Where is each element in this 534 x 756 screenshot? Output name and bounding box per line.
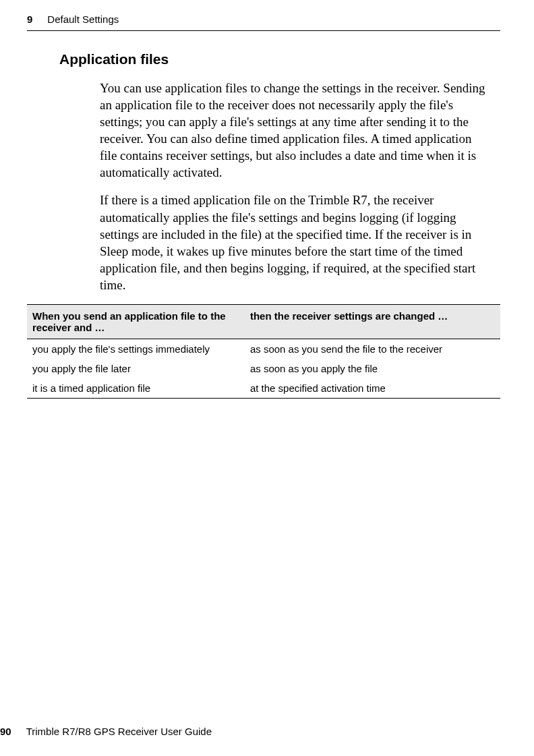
table-header-left: When you send an application file to the… (27, 304, 245, 339)
page-footer: 90Trimble R7/R8 GPS Receiver User Guide (0, 726, 534, 737)
table-row: you apply the file's settings immediatel… (27, 339, 500, 359)
chapter-number: 9 (27, 13, 32, 25)
application-file-table: When you send an application file to the… (27, 304, 500, 399)
paragraph-2: If there is a timed application file on … (100, 192, 487, 293)
running-header: 9Default Settings (27, 13, 500, 31)
paragraph-1: You can use application files to change … (100, 80, 487, 181)
section-title: Application files (59, 51, 500, 67)
table-cell: you apply the file's settings immediatel… (27, 339, 245, 359)
table-cell: you apply the file later (27, 359, 245, 378)
table-row: it is a timed application file at the sp… (27, 378, 500, 399)
chapter-title: Default Settings (47, 13, 119, 25)
table-cell: as soon as you apply the file (245, 359, 500, 378)
table-cell: at the specified activation time (245, 378, 500, 399)
page-container: 9Default Settings Application files You … (0, 0, 534, 756)
table-header-right: then the receiver settings are changed … (245, 304, 500, 339)
table-cell: as soon as you send the file to the rece… (245, 339, 500, 359)
table-row: you apply the file later as soon as you … (27, 359, 500, 378)
page-number: 90 (0, 726, 11, 737)
table-cell: it is a timed application file (27, 378, 245, 399)
table-header-row: When you send an application file to the… (27, 304, 500, 339)
footer-doc-title: Trimble R7/R8 GPS Receiver User Guide (26, 726, 212, 737)
